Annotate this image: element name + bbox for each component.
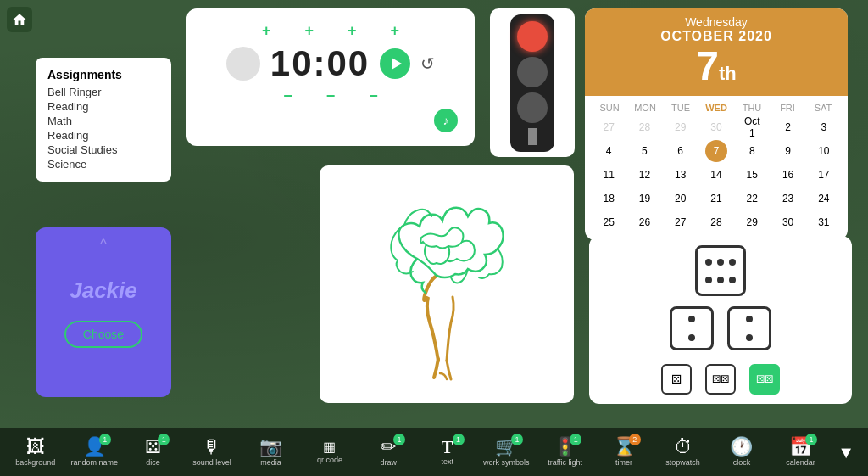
user-name: Jackie	[70, 277, 137, 304]
cal-day[interactable]: 18	[598, 188, 620, 210]
cal-day[interactable]: 25	[598, 211, 620, 233]
list-item[interactable]: Science	[47, 157, 159, 171]
toolbar-label-stopwatch: stopwatch	[665, 458, 700, 467]
traffic-light-red	[517, 21, 548, 52]
toolbar-item-work-symbols[interactable]: 1 🛒 work symbols	[478, 430, 535, 474]
timer-music-button[interactable]: ♪	[434, 109, 458, 132]
toolbar-item-calendar[interactable]: 1 📅 calendar	[772, 430, 829, 474]
calendar-weekdays: SUN MON TUE WED THU FRI SAT	[592, 103, 841, 113]
timer-play-button[interactable]	[380, 48, 410, 79]
cal-day[interactable]: 13	[670, 164, 692, 186]
toolbar-item-traffic-light[interactable]: 1 🚦 traffic light	[537, 430, 593, 474]
cal-day[interactable]: 6	[670, 140, 692, 162]
cal-day[interactable]: 31	[813, 211, 835, 233]
cal-day[interactable]: 22	[741, 188, 763, 210]
weekday-fri: FRI	[770, 103, 805, 113]
list-item[interactable]: Bell Ringer	[47, 85, 159, 99]
toolbar-item-clock[interactable]: 🕐 clock	[713, 430, 770, 474]
cal-day[interactable]: Oct 1	[741, 116, 763, 138]
cal-day[interactable]: 2	[777, 116, 799, 138]
cal-day[interactable]: 9	[777, 140, 799, 162]
cal-day[interactable]: 27	[670, 211, 692, 233]
cal-day[interactable]: 8	[741, 140, 763, 162]
toolbar-label-dice: dice	[146, 458, 160, 467]
timer-minus-hours[interactable]: −	[283, 87, 292, 105]
cal-day[interactable]: 5	[633, 140, 655, 162]
cal-day[interactable]: 21	[705, 188, 727, 210]
toolbar-item-dice[interactable]: 1 ⚄ dice	[125, 430, 181, 474]
timer-reset-button[interactable]: ↺	[420, 53, 435, 74]
cal-day[interactable]: 20	[670, 188, 692, 210]
toolbar-item-draw[interactable]: 1 ✏ draw	[360, 430, 417, 474]
list-item[interactable]: Reading	[47, 99, 159, 114]
choose-button[interactable]: Choose	[64, 321, 142, 348]
toolbar-item-media[interactable]: 📷 media	[242, 430, 299, 474]
home-icon	[12, 12, 27, 27]
chevron-up-icon: ^	[100, 236, 107, 254]
cal-day[interactable]: 17	[813, 164, 835, 186]
die-dot	[746, 334, 753, 341]
drawing-canvas[interactable]	[328, 174, 565, 395]
toolbar-label-sound-level: sound level	[192, 458, 231, 467]
list-item[interactable]: Social Studies	[47, 143, 159, 157]
cal-day-today[interactable]: 7	[705, 140, 727, 162]
cal-day[interactable]: 14	[705, 164, 727, 186]
home-button[interactable]	[7, 7, 32, 32]
cal-day[interactable]: 28	[633, 116, 655, 138]
cal-day[interactable]: 29	[741, 211, 763, 233]
cal-day[interactable]: 24	[813, 188, 835, 210]
toolbar-item-sound-level[interactable]: 🎙 sound level	[183, 430, 240, 474]
cal-day[interactable]: 3	[813, 116, 835, 138]
dice-badge: 1	[158, 434, 170, 445]
traffic-light-green	[517, 92, 548, 123]
die-dot	[729, 277, 736, 283]
list-item[interactable]: Math	[47, 114, 159, 128]
cal-day[interactable]: 11	[598, 164, 620, 186]
toolbar-item-qr-code[interactable]: ▦ qr code	[301, 430, 358, 474]
toolbar-scroll-arrow[interactable]: ▼	[831, 436, 861, 469]
cal-day[interactable]: 26	[633, 211, 655, 233]
dice-selector-double[interactable]: ⚄⚄	[705, 364, 736, 395]
die-dot-row	[679, 334, 704, 341]
cal-day[interactable]: 27	[598, 116, 620, 138]
timer-minus-seconds[interactable]: −	[369, 87, 378, 105]
cal-day[interactable]: 12	[633, 164, 655, 186]
toolbar-label-calendar: calendar	[786, 458, 815, 467]
timer-plus-seconds[interactable]: +	[348, 22, 357, 40]
traffic-light-badge: 1	[570, 434, 581, 445]
cal-day[interactable]: 15	[741, 164, 763, 186]
toolbar: 🖼 background 1 👤 random name 1 ⚄ dice 🎙 …	[0, 428, 868, 476]
cal-day[interactable]: 23	[777, 188, 799, 210]
toolbar-item-timer[interactable]: 2 ⌛ timer	[595, 430, 652, 474]
die-dot	[688, 334, 695, 341]
timer-plus-extra[interactable]: +	[391, 22, 400, 40]
cal-day[interactable]: 30	[705, 116, 727, 138]
cal-day[interactable]: 19	[633, 188, 655, 210]
list-item[interactable]: Reading	[47, 128, 159, 143]
text-badge: 1	[453, 434, 465, 445]
calendar-grid: SUN MON TUE WED THU FRI SAT 27 28 29 30 …	[585, 96, 848, 240]
cal-day[interactable]: 4	[598, 140, 620, 162]
timer-plus-minutes[interactable]: +	[304, 22, 314, 40]
cal-day[interactable]: 29	[670, 116, 692, 138]
cal-day[interactable]: 30	[777, 211, 799, 233]
dice-selector-single[interactable]: ⚄	[661, 364, 692, 395]
toolbar-item-text[interactable]: 1 T text	[419, 430, 476, 474]
toolbar-item-random-name[interactable]: 1 👤 random name	[65, 430, 122, 474]
cal-day[interactable]: 16	[777, 164, 799, 186]
cal-day[interactable]: 10	[813, 140, 835, 162]
calendar-month-year: OCTOBER 2020	[592, 29, 841, 44]
toolbar-item-stopwatch[interactable]: ⏱ stopwatch	[654, 430, 711, 474]
die-dot	[746, 316, 753, 322]
die-dot-row	[737, 316, 762, 322]
calendar-badge: 1	[805, 434, 817, 445]
toolbar-label-text: text	[442, 457, 454, 466]
weekday-tue: TUE	[663, 103, 698, 113]
work-symbols-badge: 1	[511, 434, 523, 445]
cal-day[interactable]: 28	[705, 211, 727, 233]
timer-plus-hours[interactable]: +	[262, 22, 271, 40]
timer-minus-minutes[interactable]: −	[326, 87, 336, 105]
toolbar-item-background[interactable]: 🖼 background	[7, 430, 64, 474]
toolbar-label-work-symbols: work symbols	[483, 458, 530, 467]
dice-selector-triple[interactable]: ⚄⚄	[749, 364, 780, 395]
